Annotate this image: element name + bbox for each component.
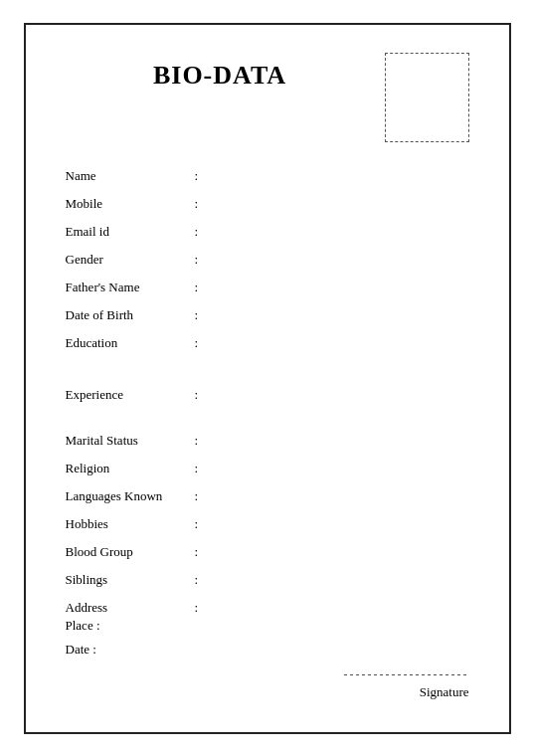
value-marital bbox=[211, 431, 469, 445]
colon-gender: : bbox=[195, 252, 211, 268]
label-mobile: Mobile bbox=[66, 196, 195, 212]
value-experience bbox=[211, 385, 469, 399]
value-religion bbox=[211, 459, 469, 472]
colon-email: : bbox=[195, 224, 211, 240]
colon-mobile: : bbox=[195, 196, 211, 212]
label-languages: Languages Known bbox=[66, 488, 195, 504]
value-siblings bbox=[211, 570, 469, 584]
bottom-section: Place : Date : --------------------- Sig… bbox=[66, 618, 469, 700]
field-row-mobile: Mobile : bbox=[66, 194, 469, 212]
document: BIO-DATA Name : Mobile : Email id : Gen bbox=[24, 23, 511, 734]
colon-siblings: : bbox=[195, 572, 211, 588]
field-row-marital: Marital Status : bbox=[66, 431, 469, 449]
label-name: Name bbox=[66, 168, 195, 184]
signature-area: --------------------- Signature bbox=[66, 667, 469, 700]
label-experience: Experience bbox=[66, 387, 195, 403]
colon-marital: : bbox=[195, 433, 211, 449]
place-date-area: Place : Date : bbox=[66, 618, 469, 658]
field-row-hobbies: Hobbies : bbox=[66, 514, 469, 532]
colon-education: : bbox=[195, 335, 211, 351]
field-row-education: Education : bbox=[66, 333, 469, 351]
label-marital: Marital Status bbox=[66, 433, 195, 449]
field-row-email: Email id : bbox=[66, 222, 469, 240]
place-label: Place : bbox=[66, 618, 115, 634]
header: BIO-DATA bbox=[66, 53, 469, 142]
label-father: Father's Name bbox=[66, 280, 195, 295]
colon-dob: : bbox=[195, 307, 211, 323]
label-gender: Gender bbox=[66, 252, 195, 268]
value-languages bbox=[211, 486, 469, 500]
place-row: Place : bbox=[66, 618, 469, 634]
field-row-dob: Date of Birth : bbox=[66, 305, 469, 323]
value-education bbox=[211, 333, 469, 347]
value-dob bbox=[211, 305, 469, 319]
label-address: Address bbox=[66, 600, 195, 616]
photo-box bbox=[385, 53, 469, 142]
colon-name: : bbox=[195, 168, 211, 184]
value-father bbox=[211, 278, 469, 291]
value-mobile bbox=[211, 194, 469, 208]
colon-religion: : bbox=[195, 461, 211, 476]
colon-blood: : bbox=[195, 544, 211, 560]
colon-languages: : bbox=[195, 488, 211, 504]
label-dob: Date of Birth bbox=[66, 307, 195, 323]
value-hobbies bbox=[211, 514, 469, 528]
signature-text: Signature bbox=[420, 684, 469, 700]
fields-section: Name : Mobile : Email id : Gender : Fath bbox=[66, 166, 469, 616]
value-gender bbox=[211, 250, 469, 264]
value-email bbox=[211, 222, 469, 236]
value-name bbox=[211, 166, 469, 180]
label-religion: Religion bbox=[66, 461, 195, 476]
field-row-blood: Blood Group : bbox=[66, 542, 469, 560]
label-email: Email id bbox=[66, 224, 195, 240]
label-education: Education bbox=[66, 335, 195, 351]
field-row-name: Name : bbox=[66, 166, 469, 184]
signature-line: --------------------- bbox=[344, 667, 469, 682]
date-row: Date : bbox=[66, 642, 469, 658]
label-siblings: Siblings bbox=[66, 572, 195, 588]
field-row-languages: Languages Known : bbox=[66, 486, 469, 504]
value-address bbox=[211, 598, 469, 612]
value-blood bbox=[211, 542, 469, 556]
title-area: BIO-DATA bbox=[66, 53, 375, 91]
field-row-siblings: Siblings : bbox=[66, 570, 469, 588]
colon-experience: : bbox=[195, 387, 211, 403]
colon-father: : bbox=[195, 280, 211, 295]
colon-address: : bbox=[195, 600, 211, 616]
field-row-address: Address : bbox=[66, 598, 469, 616]
field-row-religion: Religion : bbox=[66, 459, 469, 476]
bio-data-title: BIO-DATA bbox=[66, 61, 375, 91]
field-row-gender: Gender : bbox=[66, 250, 469, 268]
label-hobbies: Hobbies bbox=[66, 516, 195, 532]
field-row-experience: Experience : bbox=[66, 385, 469, 403]
field-row-father: Father's Name : bbox=[66, 278, 469, 295]
colon-hobbies: : bbox=[195, 516, 211, 532]
page: BIO-DATA Name : Mobile : Email id : Gen bbox=[0, 0, 534, 756]
label-blood: Blood Group bbox=[66, 544, 195, 560]
date-label: Date : bbox=[66, 642, 115, 658]
